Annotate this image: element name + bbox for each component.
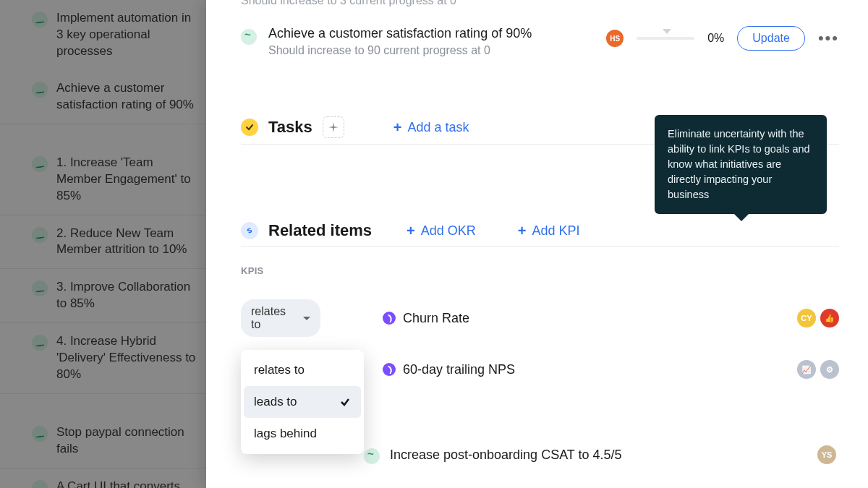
chart-icon[interactable]: 📈 [797,360,816,379]
sidebar-item-label: 3. Improve Collaboration to 85% [56,279,196,312]
add-task-button[interactable]: + Add a task [393,119,469,136]
tasks-title: Tasks [268,118,312,137]
progress-bar[interactable] [637,37,694,40]
trend-icon [241,29,257,45]
trend-icon [32,227,48,243]
kpi-gauge-icon [383,363,396,376]
trend-icon [364,448,380,464]
dropdown-option-leads-to[interactable]: leads to [244,386,361,418]
related-okr-row[interactable]: Increase post-onboarding CSAT to 4.5/5 Y… [364,435,839,474]
sidebar-item[interactable]: 2. Reduce New Team Member attrition to 1… [0,215,206,270]
key-result-row: Achieve a customer satisfaction rating o… [241,19,839,74]
trend-icon [32,82,48,98]
relation-pill-label: relates to [251,305,297,331]
trend-icon [32,156,48,172]
add-okr-button[interactable]: + Add OKR [407,223,476,239]
add-okr-label: Add OKR [421,223,476,239]
detail-panel: Should increase to 3 current progress at… [206,0,868,488]
sidebar-item[interactable]: 4. Increase Hybrid 'Delivery' Effectiven… [0,323,206,394]
sidebar-item-label: A Cart UI that converts [56,479,180,488]
spacer [0,394,206,414]
kpi-item[interactable]: 60-day trailing NPS [383,362,784,377]
spacer [0,124,206,145]
add-kpi-button[interactable]: + Add KPI [518,223,580,239]
tooltip-text: Eliminate uncertainty with the ability t… [668,128,810,200]
trend-icon [32,480,48,488]
dropdown-option-label: leads to [254,395,297,409]
sidebar-item-label: Achieve a customer satisfaction rating o… [56,80,196,114]
progress-percent: 0% [707,32,724,45]
dropdown-option-lags-behind[interactable]: lags behind [244,418,361,450]
update-button[interactable]: Update [737,26,805,51]
kpi-row: relates to Churn Rate CY 👍 [241,289,839,347]
sidebar-item-label: 1. Increase 'Team Member Engagement' to … [56,155,196,205]
related-title: Related items [268,221,372,240]
sidebar: Implement automation in 3 key operationa… [0,0,206,488]
dropdown-option-label: lags behind [254,427,317,441]
avatar[interactable]: CY [797,309,816,328]
trend-icon [32,281,48,296]
kr-sub-truncated: Should increase to 3 current progress at… [241,0,834,7]
tooltip: Eliminate uncertainty with the ability t… [655,115,827,214]
check-icon [339,396,351,408]
sidebar-item-label: 4. Increase Hybrid 'Delivery' Effectiven… [56,333,196,383]
thumbs-up-icon[interactable]: 👍 [820,309,839,328]
sidebar-item[interactable]: A Cart UI that converts [0,468,206,488]
add-kpi-label: Add KPI [532,223,579,239]
trend-icon [32,426,48,442]
kpis-subhead: KPIs [241,247,839,289]
dropdown-option-label: relates to [254,363,305,377]
kr-subtitle: Should increase to 90 current progress a… [268,44,595,57]
plus-icon: + [407,223,415,239]
sidebar-item[interactable]: Stop paypal connection fails [0,414,206,468]
relation-dropdown: relates to leads to lags behind [241,350,364,454]
related-okr-label: Increase post-onboarding CSAT to 4.5/5 [390,448,807,463]
sparkle-icon[interactable] [323,116,344,138]
add-task-label: Add a task [407,120,469,135]
sidebar-item-label: 2. Reduce New Team Member attrition to 1… [56,226,196,259]
sidebar-item[interactable]: Implement automation in 3 key operationa… [0,0,206,70]
more-menu-icon[interactable]: ••• [818,29,839,48]
assignee-avatar[interactable]: HS [606,30,624,47]
chevron-down-icon [303,317,310,320]
kpi-gauge-icon [383,312,396,325]
plus-icon: + [518,223,527,239]
sidebar-item[interactable]: Achieve a customer satisfaction rating o… [0,70,206,124]
row-right-icons: CY 👍 [797,309,839,328]
sidebar-item[interactable]: 1. Increase 'Team Member Engagement' to … [0,145,206,215]
kr-title: Achieve a customer satisfaction rating o… [268,26,595,41]
link-icon [241,222,258,239]
sidebar-item-label: Stop paypal connection fails [56,424,196,458]
relation-pill[interactable]: relates to [241,299,320,337]
kpi-item[interactable]: Churn Rate [383,311,784,326]
trend-icon [32,12,48,27]
gear-icon[interactable]: ⚙ [820,360,839,379]
progress-caret-icon [663,29,671,34]
kr-text: Achieve a customer satisfaction rating o… [268,26,595,57]
kpi-label-text: 60-day trailing NPS [403,362,515,377]
avatar[interactable]: YS [817,445,836,464]
plus-icon: + [393,119,402,136]
row-right-icons: 📈 ⚙ [797,360,839,379]
sidebar-item[interactable]: 3. Improve Collaboration to 85% [0,269,206,323]
kpi-label-text: Churn Rate [403,311,469,326]
dropdown-option-relates-to[interactable]: relates to [244,354,361,386]
sidebar-item-label: Implement automation in 3 key operationa… [56,10,196,60]
tasks-check-icon [241,119,258,136]
trend-icon [32,335,48,351]
kr-right-controls: HS 0% Update ••• [606,26,839,51]
